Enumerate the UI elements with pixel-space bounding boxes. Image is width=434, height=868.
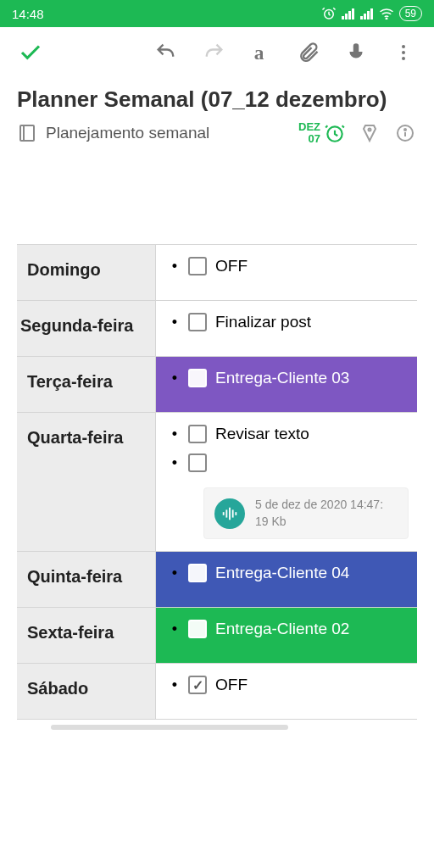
signal-icon-2 (360, 8, 374, 19)
info-icon (395, 123, 415, 143)
svg-point-11 (402, 45, 405, 48)
svg-point-13 (402, 57, 405, 60)
checkbox-checked[interactable] (188, 676, 207, 694)
checkbox[interactable] (188, 620, 207, 638)
info-button[interactable] (393, 123, 417, 143)
task-text[interactable]: OFF (215, 676, 248, 694)
svg-rect-1 (342, 16, 344, 19)
reminder-day: 07 (298, 133, 320, 145)
reminder-month: DEZ (298, 121, 320, 133)
task-item[interactable]: • Entrega-Cliente 02 (170, 620, 409, 638)
svg-rect-6 (364, 14, 366, 19)
notebook-name: Planejamento semanal (46, 124, 209, 142)
audio-date: 5 de dez de 2020 14:47: (255, 497, 383, 514)
redo-button[interactable] (190, 29, 237, 76)
svg-rect-3 (348, 11, 351, 19)
checkbox[interactable] (188, 369, 207, 387)
row-sabado[interactable]: Sábado • OFF (17, 664, 417, 720)
checkbox[interactable] (188, 425, 207, 443)
task-item-empty[interactable]: • (170, 453, 409, 472)
day-label: Sábado (17, 664, 156, 719)
notebook-icon (17, 123, 37, 143)
task-item[interactable]: • OFF (170, 676, 409, 694)
task-text[interactable]: Revisar texto (215, 425, 309, 443)
task-item[interactable]: • Entrega-Cliente 03 (170, 369, 409, 387)
day-label: Quarta-feira (17, 413, 156, 551)
task-item[interactable]: • OFF (170, 257, 409, 275)
day-label: Domingo (17, 245, 156, 300)
task-item[interactable]: • Finalizar post (170, 313, 409, 331)
bullet-icon: • (170, 454, 180, 472)
svg-rect-14 (20, 125, 34, 141)
task-item[interactable]: • Revisar texto (170, 425, 409, 443)
checkbox[interactable] (188, 453, 207, 472)
svg-point-12 (402, 51, 405, 54)
wifi-icon (379, 8, 394, 19)
svg-text:a: a (254, 42, 264, 64)
day-label: Quinta-feira (17, 552, 156, 607)
svg-point-9 (386, 18, 387, 19)
horizontal-scroll-indicator[interactable] (51, 725, 288, 730)
checkbox[interactable] (188, 313, 207, 331)
row-segunda[interactable]: Segunda-feira • Finalizar post (17, 301, 417, 357)
done-button[interactable] (7, 29, 54, 76)
audio-attachment[interactable]: 5 de dez de 2020 14:47: 19 Kb (203, 487, 409, 539)
bullet-icon: • (170, 620, 180, 638)
checkbox[interactable] (188, 564, 207, 582)
tag-icon (359, 123, 380, 143)
task-item[interactable]: • Entrega-Cliente 04 (170, 564, 409, 582)
bullet-icon: • (170, 258, 180, 275)
battery-indicator: 59 (399, 6, 422, 21)
task-text[interactable]: OFF (215, 257, 248, 275)
svg-rect-4 (352, 8, 354, 19)
alarm-icon (321, 6, 337, 21)
svg-rect-2 (345, 14, 348, 19)
day-label: Sexta-feira (17, 608, 156, 663)
alarm-clock-icon (324, 122, 346, 144)
svg-point-20 (404, 129, 406, 131)
svg-rect-5 (360, 16, 363, 19)
attachment-button[interactable] (285, 29, 332, 76)
row-quinta[interactable]: Quinta-feira • Entrega-Cliente 04 (17, 552, 417, 608)
svg-rect-7 (367, 11, 370, 19)
day-label: Terça-feira (17, 357, 156, 412)
notebook-selector[interactable]: Planejamento semanal (17, 123, 287, 143)
row-quarta[interactable]: Quarta-feira • Revisar texto • 5 de dez … (17, 413, 417, 552)
reminder-button[interactable]: DEZ 07 (298, 121, 346, 144)
font-button[interactable]: a (237, 29, 285, 76)
row-domingo[interactable]: Domingo • OFF (17, 245, 417, 301)
undo-button[interactable] (142, 29, 190, 76)
signal-icon-1 (342, 8, 355, 19)
note-title[interactable]: Planner Semanal (07_12 dezembro) (0, 78, 434, 118)
audio-size: 19 Kb (255, 514, 383, 531)
bullet-icon: • (170, 565, 180, 582)
tag-button[interactable] (358, 123, 381, 143)
svg-rect-8 (370, 8, 373, 19)
planner-table[interactable]: Domingo • OFF Segunda-feira • Finalizar … (17, 244, 417, 720)
note-meta-row: Planejamento semanal DEZ 07 (0, 118, 434, 159)
task-text[interactable]: Finalizar post (215, 313, 311, 331)
audio-wave-icon (214, 498, 245, 529)
task-text[interactable]: Entrega-Cliente 03 (215, 369, 349, 387)
overflow-menu-button[interactable] (380, 29, 427, 76)
content-spacer (0, 159, 434, 244)
checkbox[interactable] (188, 257, 207, 275)
task-text[interactable]: Entrega-Cliente 04 (215, 564, 349, 582)
row-sexta[interactable]: Sexta-feira • Entrega-Cliente 02 (17, 608, 417, 664)
bullet-icon: • (170, 426, 180, 443)
task-text[interactable]: Entrega-Cliente 02 (215, 620, 349, 638)
bullet-icon: • (170, 676, 180, 694)
status-bar: 14:48 59 (0, 0, 434, 27)
microphone-button[interactable] (332, 29, 380, 76)
editor-toolbar: a (0, 27, 434, 78)
bullet-icon: • (170, 314, 180, 331)
svg-point-17 (369, 128, 371, 131)
status-icons: 59 (321, 6, 422, 21)
row-terca[interactable]: Terça-feira • Entrega-Cliente 03 (17, 357, 417, 413)
day-label: Segunda-feira (17, 301, 156, 356)
bullet-icon: • (170, 370, 180, 387)
status-time: 14:48 (12, 7, 44, 21)
